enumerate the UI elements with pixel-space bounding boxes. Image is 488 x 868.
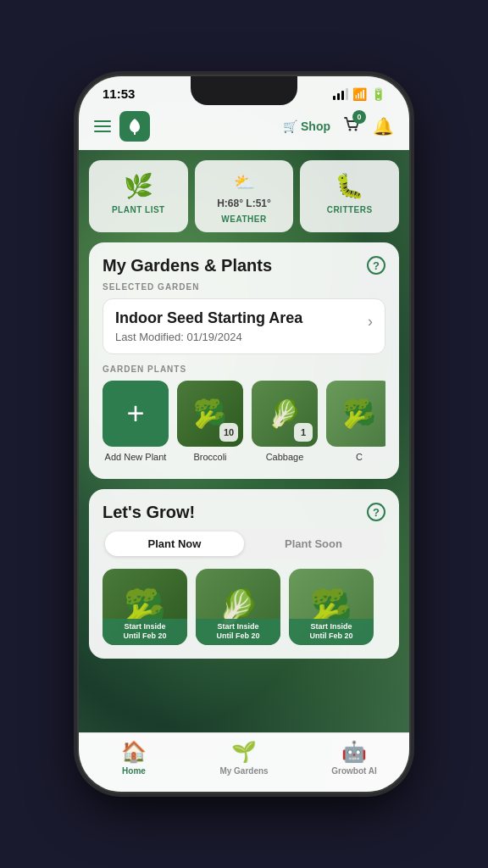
app-header: 🛒 Shop 0 🔔: [79, 104, 409, 150]
garden-chevron-icon: ›: [368, 313, 373, 331]
quick-actions: 🌿 PLANT LIST ⛅ H:68° L:51° WEATHER 🐛 CRI…: [89, 160, 399, 232]
app-logo: [119, 111, 150, 142]
robot-icon: 🤖: [341, 740, 367, 764]
cart-button[interactable]: 0: [342, 115, 361, 137]
broccoli-badge: 10: [219, 423, 238, 442]
home-icon: 🏠: [121, 740, 147, 764]
cabbage-badge: 1: [294, 423, 313, 442]
menu-button[interactable]: [94, 120, 111, 132]
plant-list-card[interactable]: 🌿 PLANT LIST: [89, 160, 188, 232]
garden-name: Indoor Seed Starting Area: [115, 309, 302, 327]
signal-icon: [333, 88, 348, 100]
grow-plant-2[interactable]: 🥬 Start InsideUntil Feb 20: [196, 569, 280, 645]
cabbage-name: Cabbage: [266, 452, 304, 462]
critters-card[interactable]: 🐛 CRITTERS: [300, 160, 399, 232]
grow-plant-3-label: Start InsideUntil Feb 20: [289, 619, 374, 645]
shop-icon: 🛒: [283, 120, 297, 133]
grow-plant-1-label: Start InsideUntil Feb 20: [103, 619, 187, 645]
add-plant-card[interactable]: + Add New Plant: [103, 381, 169, 462]
critters-label: CRITTERS: [327, 205, 373, 214]
garden-modified: Last Modified: 01/19/2024: [115, 331, 302, 343]
garden-plants-scroll: + Add New Plant 🥦 10 Broccoli: [103, 381, 385, 465]
tab-growbot-label: Growbot AI: [331, 766, 377, 776]
plant-c[interactable]: 🥦 C: [326, 381, 385, 462]
tab-plant-soon[interactable]: Plant Soon: [244, 531, 383, 556]
c-name: C: [356, 452, 363, 462]
cabbage-img: 🥬 1: [252, 381, 318, 447]
garden-selector[interactable]: Indoor Seed Starting Area Last Modified:…: [103, 298, 385, 354]
wifi-icon: 📶: [352, 87, 367, 101]
main-content: 🌿 PLANT LIST ⛅ H:68° L:51° WEATHER 🐛 CRI…: [79, 150, 409, 737]
add-plant-label: Add New Plant: [105, 452, 167, 462]
grow-plant-2-label: Start InsideUntil Feb 20: [196, 619, 280, 645]
shop-label: Shop: [301, 120, 330, 133]
plant-timing-tabs: Plant Now Plant Soon: [103, 529, 385, 559]
plant-cabbage[interactable]: 🥬 1 Cabbage: [252, 381, 318, 462]
c-emoji: 🥦: [326, 381, 385, 447]
phone-notch: [191, 76, 297, 105]
add-plant-button[interactable]: +: [103, 381, 169, 447]
svg-rect-0: [134, 131, 136, 135]
weather-icon: ⛅: [234, 172, 255, 192]
grow-plant-3[interactable]: 🥦 Start InsideUntil Feb 20: [289, 569, 374, 645]
header-left: [94, 111, 150, 142]
cart-badge: 0: [352, 110, 366, 124]
tab-my-gardens[interactable]: 🌱 My Gardens: [214, 740, 274, 776]
lets-grow-title: Let's Grow!: [103, 503, 385, 522]
battery-icon: 🔋: [371, 87, 385, 101]
status-icons: 📶 🔋: [333, 87, 385, 101]
c-img: 🥦: [326, 381, 385, 447]
lets-grow-section: ? Let's Grow! Plant Now Plant Soon 🥦 Sta…: [89, 489, 399, 659]
grow-plants-row: 🥦 Start InsideUntil Feb 20 🥬 Start Insid…: [103, 569, 385, 645]
garden-info: Indoor Seed Starting Area Last Modified:…: [115, 309, 302, 343]
header-right: 🛒 Shop 0 🔔: [283, 115, 394, 137]
svg-point-2: [355, 129, 358, 131]
bug-icon: 🐛: [335, 172, 364, 200]
tab-home[interactable]: 🏠 Home: [104, 740, 164, 776]
tab-plant-now[interactable]: Plant Now: [105, 531, 244, 556]
broccoli-name: Broccoli: [193, 452, 226, 462]
tab-gardens-label: My Gardens: [219, 766, 268, 776]
weather-card[interactable]: ⛅ H:68° L:51° WEATHER: [195, 160, 294, 232]
svg-point-1: [349, 129, 352, 131]
selected-garden-label: SELECTED GARDEN: [103, 282, 385, 292]
tab-growbot-ai[interactable]: 🤖 Growbot AI: [324, 740, 384, 776]
weather-temp: H:68° L:51°: [217, 198, 271, 209]
weather-label: WEATHER: [221, 214, 266, 224]
plus-icon: +: [126, 398, 144, 429]
my-gardens-title: My Gardens & Plants: [103, 256, 385, 275]
leaf-icon: 🌿: [124, 172, 153, 200]
gardens-help-button[interactable]: ?: [367, 256, 385, 275]
plant-list-label: PLANT LIST: [112, 205, 165, 214]
gardens-icon: 🌱: [231, 740, 257, 764]
tab-bar: 🏠 Home 🌱 My Gardens 🤖 Growbot AI: [79, 732, 409, 792]
tab-home-label: Home: [122, 766, 146, 776]
garden-plants-label: GARDEN PLANTS: [103, 364, 385, 374]
grow-help-button[interactable]: ?: [367, 503, 385, 521]
broccoli-img: 🥦 10: [177, 381, 243, 447]
my-gardens-section: ? My Gardens & Plants SELECTED GARDEN In…: [89, 242, 399, 479]
status-time: 11:53: [103, 86, 135, 101]
shop-link[interactable]: 🛒 Shop: [283, 120, 330, 133]
grow-plant-1[interactable]: 🥦 Start InsideUntil Feb 20: [103, 569, 187, 645]
plant-broccoli[interactable]: 🥦 10 Broccoli: [177, 381, 243, 462]
notifications-button[interactable]: 🔔: [373, 116, 394, 136]
